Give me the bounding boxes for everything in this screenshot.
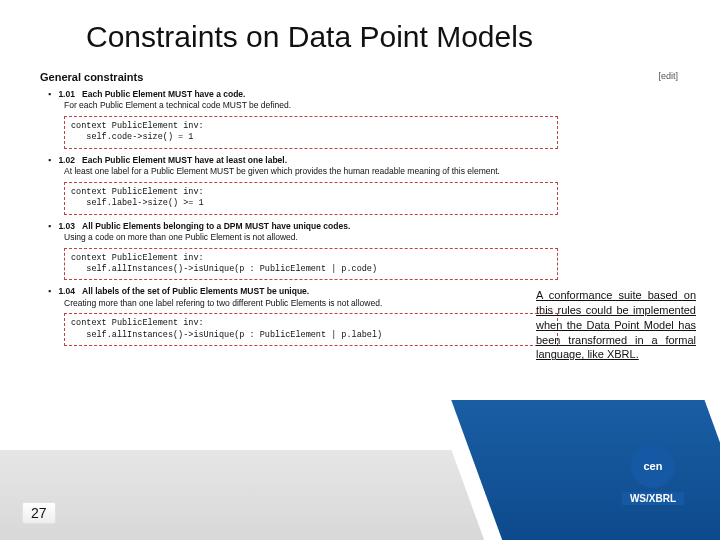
logo-subtitle: WS/XBRL (622, 492, 684, 505)
cen-logo-icon: cen (631, 444, 675, 488)
rule-code: context PublicElement inv: self.allInsta… (64, 248, 558, 281)
rule-code: context PublicElement inv: self.label->s… (64, 182, 558, 215)
bullet-icon: ▪ (48, 89, 56, 100)
rule-desc: At least one label for a Public Element … (64, 166, 544, 177)
rule-number: 1.04 (58, 286, 75, 296)
slide-title: Constraints on Data Point Models (86, 20, 533, 54)
rule-item: ▪ 1.01 Each Public Element MUST have a c… (48, 89, 680, 149)
rule-desc: Creating more than one label refering to… (64, 298, 544, 309)
section-heading: General constraints (40, 70, 680, 85)
rule-title: Each Public Element MUST have at least o… (82, 155, 287, 165)
rule-desc: For each Public Element a technical code… (64, 100, 544, 111)
rule-code: context PublicElement inv: self.code->si… (64, 116, 558, 149)
rule-title: All Public Elements belonging to a DPM M… (82, 221, 350, 231)
rule-title: Each Public Element MUST have a code. (82, 89, 245, 99)
cen-logo: cen WS/XBRL (622, 444, 684, 506)
rule-code: context PublicElement inv: self.allInsta… (64, 313, 558, 346)
bullet-icon: ▪ (48, 155, 56, 166)
rule-number: 1.03 (58, 221, 75, 231)
bullet-icon: ▪ (48, 221, 56, 232)
rule-item: ▪ 1.03 All Public Elements belonging to … (48, 221, 680, 281)
rule-number: 1.02 (58, 155, 75, 165)
rule-desc: Using a code on more than one Public Ele… (64, 232, 544, 243)
rule-title: All labels of the set of Public Elements… (82, 286, 309, 296)
callout-text: A conformance suite based on this rules … (536, 288, 696, 362)
bullet-icon: ▪ (48, 286, 56, 297)
rule-number: 1.01 (58, 89, 75, 99)
rule-item: ▪ 1.02 Each Public Element MUST have at … (48, 155, 680, 215)
page-number: 27 (22, 502, 56, 524)
